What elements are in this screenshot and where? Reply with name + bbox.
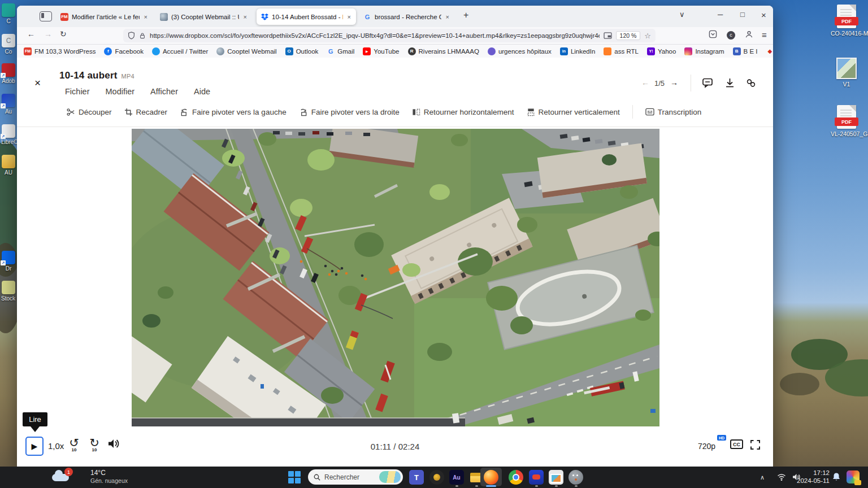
crop-button[interactable]: Recadrer (124, 108, 168, 116)
menu-hamburger-icon[interactable]: ≡ (762, 30, 767, 40)
header-divider (691, 75, 691, 91)
tabs-dropdown-icon[interactable]: ∨ (679, 10, 685, 19)
close-preview-button[interactable]: × (34, 77, 41, 89)
tab-bar: FM Modifier l'article « Le feu jette à ×… (17, 6, 773, 27)
chrome-icon[interactable] (509, 470, 523, 485)
lock-icon[interactable] (139, 32, 146, 40)
fullscreen-button[interactable] (750, 440, 760, 450)
captions-button[interactable]: CC (730, 439, 743, 449)
picture-in-picture-icon[interactable] (604, 32, 612, 39)
desktop-icon-folder[interactable]: AU (1, 155, 16, 176)
comment-icon[interactable] (702, 78, 713, 88)
bookmark-item[interactable]: ◆douanes (766, 47, 773, 55)
bookmark-item[interactable]: Accueil / Twitter (152, 47, 208, 55)
tracking-shield-icon[interactable] (128, 32, 135, 40)
taskbar-clock[interactable]: 17:12 2024-05-11 (797, 469, 830, 485)
app-icon: ↗ (2, 94, 15, 107)
next-file-arrow[interactable]: → (670, 78, 678, 87)
desktop-icon-audition[interactable]: ↗Au (1, 94, 16, 115)
desktop-icon-camtasia[interactable]: C (1, 3, 16, 24)
tab-close-icon[interactable]: × (445, 14, 450, 20)
window-maximize-button[interactable]: □ (740, 10, 745, 19)
previous-file-arrow[interactable]: ← (641, 78, 649, 87)
menu-fichier[interactable]: Fichier (65, 87, 90, 96)
taskbar-search[interactable]: Rechercher (308, 469, 403, 485)
pocket-icon[interactable] (709, 30, 717, 38)
bookmark-item[interactable]: fFacebook (104, 47, 144, 55)
start-button[interactable] (287, 470, 302, 485)
desktop-icon-pdf-vl[interactable]: PDF VL-240507_Glo... (831, 105, 862, 137)
tab-close-icon[interactable]: × (242, 14, 248, 20)
desktop-icon-stock[interactable]: Stock I (1, 281, 16, 302)
bookmark-item[interactable]: Y!Yahoo (647, 47, 676, 55)
bookmark-item[interactable]: ▶YouTube (363, 47, 399, 55)
desktop-icon-libreoffice[interactable]: ↗LibreC (1, 124, 16, 145)
copilot-tray-icon[interactable] (847, 470, 860, 483)
zoom-level-badge[interactable]: 120 % (616, 31, 641, 40)
bookmark-item[interactable]: inLinkedIn (560, 47, 595, 55)
menu-modifier[interactable]: Modifier (106, 87, 135, 96)
copilot-icon[interactable] (429, 470, 444, 485)
transcription-button[interactable]: Transcription (645, 108, 702, 116)
tab-close-icon[interactable]: × (346, 14, 352, 20)
bookmark-star-icon[interactable]: ☆ (644, 32, 651, 40)
url-text: https://www.dropbox.com/scl/fo/yoxftewor… (150, 32, 600, 39)
new-tab-button[interactable]: + (463, 10, 468, 20)
audition-icon[interactable]: Au (449, 470, 464, 485)
tray-expand-icon[interactable]: ∧ (760, 474, 765, 481)
download-icon[interactable] (725, 78, 735, 88)
account-icon[interactable] (745, 30, 753, 38)
firefox-active-slot[interactable] (480, 468, 502, 486)
playback-time: 01:11 / 02:24 (17, 442, 773, 451)
windows-taskbar: 1 14°C Gén. nuageux Rechercher T Au ∧ 17 (0, 467, 868, 488)
desktop-icon-v1-image[interactable]: V1 (831, 58, 862, 88)
menu-afficher[interactable]: Afficher (150, 87, 178, 96)
wifi-icon[interactable] (777, 473, 786, 481)
desktop-icon-dropbox[interactable]: ↗Dr (1, 251, 16, 272)
window-minimize-button[interactable]: ─ (718, 10, 723, 19)
app-icon: C (2, 34, 15, 47)
bookmark-item[interactable]: ass RTL (604, 47, 639, 55)
rotate-right-button[interactable]: Faire pivoter vers la droite (299, 108, 400, 116)
media-app-icon[interactable] (529, 470, 544, 485)
forward-button[interactable]: → (44, 29, 52, 38)
reload-button[interactable]: ↻ (60, 29, 67, 38)
bookmark-item[interactable]: FMFM 103,3 WordPress (24, 47, 96, 55)
firefox-view-icon[interactable] (40, 11, 52, 21)
tab-google-search[interactable]: G brossard - Recherche Google × (359, 8, 454, 25)
bookmark-item[interactable]: BB E I (733, 47, 758, 55)
container-extension-icon[interactable]: c (727, 30, 735, 40)
tab-close-icon[interactable]: × (143, 14, 149, 20)
desktop-icon-adobe[interactable]: ↗Adob (1, 63, 16, 84)
bookmark-item[interactable]: OOutlook (285, 47, 319, 55)
back-button[interactable]: ← (27, 29, 35, 38)
desktop-icon-pdf-co[interactable]: PDF CO-240416-M... (831, 5, 862, 37)
badge (854, 480, 861, 485)
teams-icon[interactable]: T (409, 470, 424, 485)
weather-widget[interactable]: 1 14°C Gén. nuageux (23, 467, 147, 488)
bookmark-item[interactable]: urgences hôpitaux (488, 47, 552, 55)
bookmark-item[interactable]: Cooptel Webmail (216, 47, 276, 55)
notification-bell-icon[interactable] (832, 472, 841, 482)
twitter-icon (152, 47, 160, 55)
bookmark-item[interactable]: RRiverains LHMAAAQ (408, 47, 479, 55)
desktop-icon-cooptel[interactable]: CCo (1, 34, 16, 55)
tab-dropbox-active[interactable]: 10-14 Aubert Brossatd - Dropbo × (257, 8, 356, 25)
tab-webmail[interactable]: (3) Cooptel Webmail :: Un ince × (156, 8, 252, 25)
browser-window: FM Modifier l'article « Le feu jette à ×… (17, 6, 773, 467)
trim-button[interactable]: Découper (67, 108, 112, 116)
menu-aide[interactable]: Aide (194, 87, 210, 96)
bookmark-item[interactable]: GGmail (327, 47, 354, 55)
quality-button[interactable]: 720p (698, 442, 715, 451)
video-frame[interactable] (132, 129, 659, 426)
flip-vertical-button[interactable]: Retourner verticalement (527, 108, 620, 116)
window-close-button[interactable]: × (761, 10, 766, 20)
address-bar[interactable]: https://www.dropbox.com/scl/fo/yoxftewor… (123, 29, 656, 42)
share-link-icon[interactable] (746, 78, 756, 88)
bookmark-item[interactable]: Instagram (684, 47, 724, 55)
flip-horizontal-button[interactable]: Retourner horizontalement (412, 108, 514, 116)
photos-icon[interactable] (549, 470, 563, 485)
rotate-left-button[interactable]: Faire pivoter vers la gauche (180, 108, 287, 116)
tab-wordpress[interactable]: FM Modifier l'article « Le feu jette à × (57, 8, 153, 25)
gimp-icon[interactable] (568, 470, 583, 485)
